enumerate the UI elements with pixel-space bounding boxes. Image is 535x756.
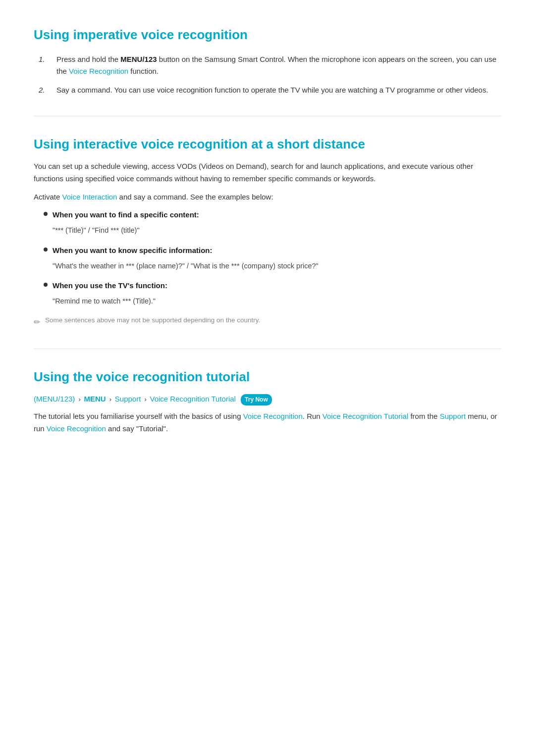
section3-title: Using the voice recognition tutorial [34, 367, 501, 388]
example-text-1: "*** (Title)" / "Find *** (title)" [53, 225, 501, 236]
section-imperative-voice: Using imperative voice recognition 1. Pr… [34, 25, 501, 96]
nav-menu123: (MENU/123) [34, 395, 75, 403]
section1-title: Using imperative voice recognition [34, 25, 501, 46]
bullet-row-3: When you use the TV's function: [44, 280, 501, 292]
bullet-item-3: When you use the TV's function: "Remind … [44, 280, 501, 307]
voice-recognition-link3: Voice Recognition [47, 424, 106, 433]
divider2 [34, 349, 501, 349]
step-2: 2. Say a command. You can use voice reco… [39, 84, 501, 96]
step1-content: Press and hold the MENU/123 button on th… [56, 53, 501, 77]
bullet-list: When you want to find a specific content… [34, 209, 501, 307]
step1-number: 1. [39, 53, 49, 77]
menu123-highlight: MENU/123 [120, 55, 157, 63]
bullet-item-1: When you want to find a specific content… [44, 209, 501, 236]
step-1: 1. Press and hold the MENU/123 button on… [39, 53, 501, 77]
note-row: ✏ Some sentences above may not be suppor… [34, 315, 501, 329]
bullet-item-2: When you want to know specific informati… [44, 245, 501, 272]
section-tutorial: Using the voice recognition tutorial (ME… [34, 367, 501, 435]
example-text-2: "What's the weather in *** (place name)?… [53, 260, 501, 272]
divider1 [34, 116, 501, 116]
bullet-label-3: When you use the TV's function: [53, 280, 167, 292]
example-text-3: "Remind me to watch *** (Title)." [53, 296, 501, 307]
section2-paragraph2: Activate Voice Interaction and say a com… [34, 191, 501, 203]
bullet-dot-1 [44, 212, 48, 216]
voice-recognition-link2: Voice Recognition [243, 412, 303, 420]
bullet-row-1: When you want to find a specific content… [44, 209, 501, 221]
nav-chevron1: › [79, 396, 83, 403]
bullet-dot-3 [44, 283, 48, 287]
nav-support: Support [115, 395, 141, 403]
tutorial-quote: "Tutorial" [136, 424, 166, 433]
section2-paragraph1: You can set up a schedule viewing, acces… [34, 160, 501, 185]
note-text: Some sentences above may not be supporte… [45, 315, 260, 326]
nav-path: (MENU/123) › MENU › Support › Voice Reco… [34, 393, 501, 405]
bullet-label-1: When you want to find a specific content… [53, 209, 199, 221]
voice-recognition-link1: Voice Recognition [69, 67, 128, 75]
step2-number: 2. [39, 84, 49, 96]
section3-paragraph: The tutorial lets you familiarise yourse… [34, 410, 501, 435]
voice-recognition-tutorial-link: Voice Recognition Tutorial [322, 412, 408, 420]
bullet-label-2: When you want to know specific informati… [53, 245, 213, 256]
section1-steps: 1. Press and hold the MENU/123 button on… [34, 53, 501, 96]
nav-chevron3: › [145, 396, 149, 403]
support-link: Support [440, 412, 466, 420]
bullet-dot-2 [44, 248, 48, 252]
section2-title: Using interactive voice recognition at a… [34, 134, 501, 155]
try-now-badge[interactable]: Try Now [241, 394, 272, 405]
section-interactive-voice: Using interactive voice recognition at a… [34, 134, 501, 329]
step2-content: Say a command. You can use voice recogni… [56, 84, 501, 96]
nav-tutorial: Voice Recognition Tutorial [150, 395, 235, 403]
voice-interaction-link: Voice Interaction [62, 193, 117, 201]
pencil-icon: ✏ [34, 316, 40, 329]
nav-menu: MENU [84, 395, 106, 403]
bullet-row-2: When you want to know specific informati… [44, 245, 501, 256]
nav-chevron2: › [109, 396, 113, 403]
